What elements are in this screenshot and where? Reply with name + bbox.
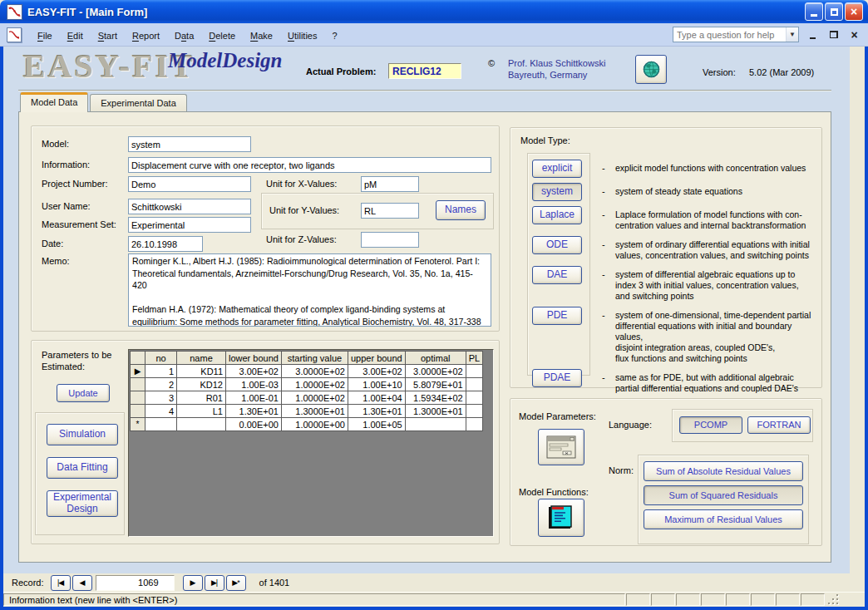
language-pcomp-button[interactable]: PCOMP — [679, 416, 742, 434]
experimental-design-button[interactable]: Experimental Design — [47, 490, 118, 517]
record-first-button[interactable]: |◀ — [51, 575, 71, 591]
row-selector[interactable]: ▶ — [131, 365, 145, 378]
model-type-ode-button[interactable]: ODE — [532, 236, 582, 254]
table-cell[interactable] — [466, 378, 482, 391]
table-cell[interactable]: 0.00E+00 — [226, 418, 282, 431]
close-button[interactable]: × — [845, 2, 863, 21]
model-input[interactable] — [128, 136, 251, 152]
table-row[interactable]: 3R011.00E-011.0000E+021.00E+041.5934E+02 — [131, 391, 483, 405]
unit-y-input[interactable] — [361, 203, 419, 219]
table-cell[interactable]: 3 — [145, 391, 177, 405]
table-cell[interactable]: 3.0000E+02 — [405, 365, 466, 378]
column-header-no[interactable]: no — [145, 352, 177, 365]
user-name-input[interactable] — [128, 199, 251, 214]
table-cell[interactable]: R01 — [177, 391, 226, 405]
tab-experimental-data[interactable]: Experimental Data — [90, 94, 187, 111]
column-header-lower-bound[interactable]: lower bound — [226, 352, 282, 365]
unit-z-input[interactable] — [361, 232, 419, 248]
column-header-upper-bound[interactable]: upper bound — [348, 352, 405, 365]
column-header-starting-value[interactable]: starting value — [281, 352, 348, 365]
table-cell[interactable]: 3.0000E+02 — [281, 365, 348, 378]
table-cell[interactable]: 3.00E+02 — [348, 365, 405, 378]
table-cell[interactable] — [466, 391, 482, 405]
menu-item-start[interactable]: Start — [91, 27, 125, 44]
table-cell[interactable]: 1.0000E+00 — [281, 418, 348, 431]
column-header-optimal[interactable]: optimal — [405, 352, 466, 365]
parameter-table[interactable]: nonamelower boundstarting valueupper bou… — [130, 351, 483, 431]
actual-problem-field[interactable]: RECLIG12 — [388, 63, 461, 79]
menu-item-file[interactable]: File — [30, 27, 60, 44]
table-cell[interactable]: 1.00E+05 — [348, 418, 405, 431]
row-selector[interactable] — [131, 378, 145, 391]
data-fitting-button[interactable]: Data Fitting — [47, 457, 118, 479]
memo-field[interactable]: Rominger K.L., Albert H.J. (1985): Radio… — [128, 253, 491, 327]
table-row[interactable]: 2KD121.00E-031.0000E+021.00E+105.8079E+0… — [131, 378, 483, 391]
model-type-system-button[interactable]: system — [532, 183, 582, 201]
table-cell[interactable] — [466, 418, 482, 431]
unit-x-input[interactable] — [361, 176, 419, 192]
table-cell[interactable] — [405, 418, 466, 431]
language-fortran-button[interactable]: FORTRAN — [747, 416, 811, 434]
table-cell[interactable]: 1.0000E+02 — [281, 378, 348, 391]
table-cell[interactable]: 1.5934E+02 — [405, 391, 466, 405]
project-number-input[interactable] — [128, 176, 251, 192]
table-cell[interactable]: 1.3000E+01 — [281, 405, 348, 418]
child-close-button[interactable]: × — [847, 27, 861, 42]
table-cell[interactable]: 1.00E-01 — [226, 391, 282, 405]
table-cell[interactable]: 5.8079E+01 — [405, 378, 466, 391]
table-cell[interactable]: 1.00E+04 — [348, 391, 405, 405]
model-type-pde-button[interactable]: PDE — [532, 307, 582, 325]
table-row[interactable]: 4L11.30E+011.3000E+011.30E+011.3000E+01 — [131, 405, 483, 418]
menu-item-make[interactable]: Make — [243, 27, 280, 44]
table-cell[interactable] — [145, 418, 177, 431]
web-link-button[interactable] — [635, 55, 667, 84]
norm-sum-of-absolute-residual-values-button[interactable]: Sum of Absolute Residual Values — [644, 461, 803, 481]
table-cell[interactable]: 1.0000E+02 — [281, 391, 348, 405]
menu-item-delete[interactable]: Delete — [201, 27, 243, 44]
measurement-set-input[interactable] — [128, 217, 251, 233]
column-header-pl[interactable]: PL — [466, 352, 482, 365]
table-row[interactable]: ▶1KD113.00E+023.0000E+023.00E+023.0000E+… — [131, 365, 483, 378]
app-icon[interactable] — [7, 4, 22, 20]
model-type-pdae-button[interactable]: PDAE — [532, 369, 582, 387]
record-last-button[interactable]: ▶| — [205, 575, 224, 591]
maximize-button[interactable] — [825, 2, 843, 21]
row-selector[interactable]: * — [131, 418, 145, 431]
simulation-button[interactable]: Simulation — [47, 424, 118, 445]
record-previous-button[interactable]: ◀ — [72, 575, 92, 591]
help-search-input[interactable] — [673, 30, 786, 40]
model-functions-button[interactable] — [538, 499, 584, 537]
table-cell[interactable]: 1.00E+10 — [348, 378, 405, 391]
table-cell[interactable]: 2 — [145, 378, 177, 391]
row-selector[interactable] — [131, 405, 145, 418]
minimize-button[interactable] — [805, 2, 823, 21]
menu-item-data[interactable]: Data — [167, 27, 201, 44]
record-new-button[interactable]: ▶* — [226, 575, 246, 591]
record-number-input[interactable] — [96, 575, 175, 591]
norm-sum-of-squared-residuals-button[interactable]: Sum of Squared Residuals — [644, 485, 803, 505]
child-minimize-button[interactable] — [806, 27, 820, 42]
table-cell[interactable] — [177, 418, 226, 431]
names-button[interactable]: Names — [436, 200, 486, 220]
child-restore-button[interactable] — [826, 27, 841, 42]
table-cell[interactable]: 1.30E+01 — [226, 405, 282, 418]
update-button[interactable]: Update — [57, 384, 110, 402]
table-cell[interactable]: L1 — [177, 405, 226, 418]
table-cell[interactable]: 1.00E-03 — [226, 378, 282, 391]
table-cell[interactable]: KD11 — [177, 365, 226, 378]
date-input[interactable] — [128, 236, 203, 252]
help-dropdown-arrow-icon[interactable]: ▼ — [786, 27, 798, 42]
table-cell[interactable]: 4 — [145, 405, 177, 418]
column-header-name[interactable]: name — [177, 352, 226, 365]
table-cell[interactable]: 3.00E+02 — [226, 365, 282, 378]
table-row[interactable]: *0.00E+001.0000E+001.00E+05 — [131, 418, 483, 431]
resize-grip[interactable] — [827, 593, 841, 607]
menu-item-edit[interactable]: Edit — [60, 27, 91, 44]
information-input[interactable] — [128, 157, 491, 173]
table-cell[interactable]: 1 — [145, 365, 177, 378]
table-cell[interactable]: 1.30E+01 — [348, 405, 405, 418]
model-parameters-button[interactable] — [538, 429, 584, 465]
record-next-button[interactable]: ▶ — [183, 575, 203, 591]
model-type-explicit-button[interactable]: explicit — [532, 160, 582, 178]
model-type-dae-button[interactable]: DAE — [532, 266, 582, 284]
